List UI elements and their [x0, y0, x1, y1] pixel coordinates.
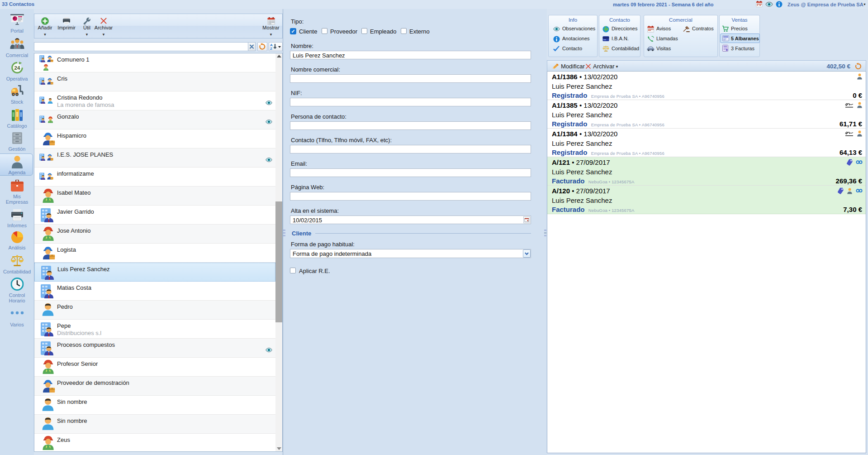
svg-text:Z: Z: [270, 47, 272, 51]
svg-text:24: 24: [14, 65, 20, 71]
